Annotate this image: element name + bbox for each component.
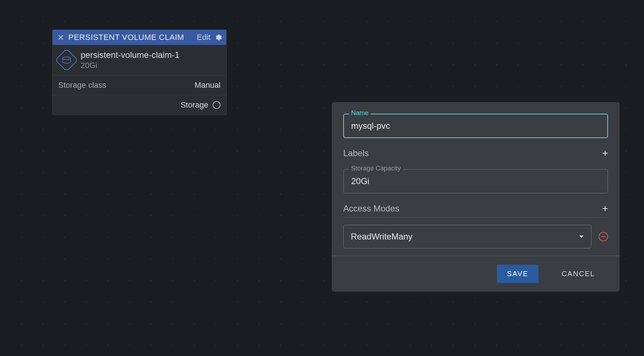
storage-icon [55,48,78,72]
access-modes-title: Access Modes [343,204,399,214]
close-icon[interactable] [57,35,65,40]
edit-link[interactable]: Edit [197,33,210,42]
capacity-field-group: Storage Capacity [343,169,608,193]
pvc-card-summary: persistent-volume-claim-1 20Gi [53,45,226,76]
remove-access-mode-button[interactable] [599,232,608,241]
storage-class-row: Storage class Manual [53,76,226,95]
storage-class-value: Manual [195,81,221,90]
access-mode-value: ReadWriteMany [351,232,413,242]
access-mode-row: ReadWriteMany [343,225,608,248]
storage-connector-label: Storage [181,100,208,110]
name-input[interactable] [343,114,608,138]
pvc-card-title: PERSISTENT VOLUME CLAIM [68,33,193,42]
capacity-input[interactable] [343,169,608,193]
add-label-button[interactable]: + [602,148,608,158]
save-button[interactable]: SAVE [497,265,539,283]
labels-section-header: Labels + [343,148,608,162]
cancel-button[interactable]: CANCEL [552,265,605,283]
name-field-label: Name [349,109,371,117]
edit-panel: Name Labels + Storage Capacity Access Mo… [332,102,620,292]
gear-icon[interactable] [214,33,222,41]
storage-connector-row: Storage [53,95,226,115]
chevron-down-icon [579,233,584,240]
pvc-name: persistent-volume-claim-1 [81,50,180,60]
access-modes-section-header: Access Modes + [343,204,608,218]
pvc-card: PERSISTENT VOLUME CLAIM Edit persistent-… [52,29,227,115]
connector-port-icon[interactable] [213,101,221,109]
storage-class-label: Storage class [58,81,106,90]
name-field-group: Name [343,114,608,138]
capacity-field-label: Storage Capacity [349,165,403,172]
minus-icon [601,236,606,237]
labels-title: Labels [343,148,369,158]
panel-footer: SAVE CANCEL [332,256,620,292]
pvc-size: 20Gi [81,61,180,70]
add-access-mode-button[interactable]: + [602,204,608,214]
access-mode-select[interactable]: ReadWriteMany [343,225,591,248]
pvc-card-header: PERSISTENT VOLUME CLAIM Edit [53,30,226,45]
